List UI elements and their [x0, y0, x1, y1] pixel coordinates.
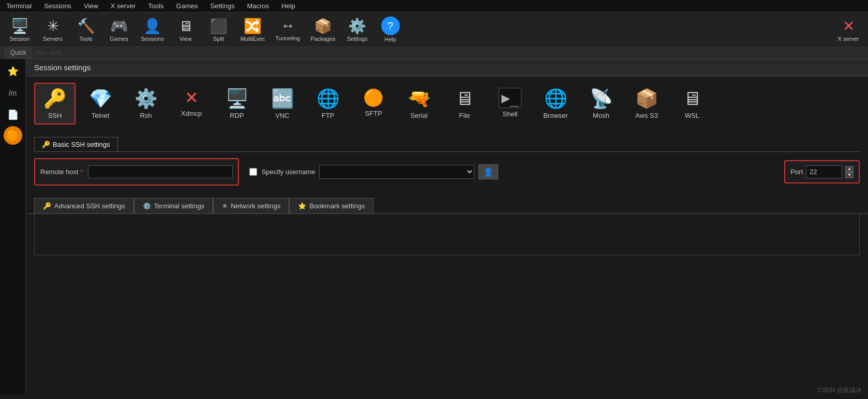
user-icon-button[interactable]: 👤: [478, 164, 498, 179]
telnet-icon: 💎: [89, 88, 112, 110]
toolbar-split-label: Split: [213, 36, 224, 42]
toolbar-settings[interactable]: ⚙️ Settings: [342, 16, 373, 44]
awss3-label: Aws S3: [635, 112, 658, 119]
session-type-sftp[interactable]: 🟠 SFTP: [353, 83, 394, 125]
toolbar-games[interactable]: 🎮 Games: [103, 16, 134, 44]
port-spin-up[interactable]: ▲: [845, 166, 854, 172]
menu-sessions[interactable]: Sessions: [42, 1, 73, 11]
toolbar-sessions[interactable]: 👤 Sessions: [137, 16, 168, 44]
session-icon: 🖥️: [11, 18, 29, 35]
games-icon: 🎮: [110, 18, 128, 35]
sidebar-paper[interactable]: 📄: [3, 104, 23, 125]
menu-settings[interactable]: Settings: [208, 1, 237, 11]
network-settings-label: Network settings: [231, 202, 280, 210]
watermark: CSDN @狐城冰: [817, 386, 862, 395]
quick-tab[interactable]: Quick: [4, 47, 33, 58]
toolbar-games-label: Games: [110, 36, 128, 42]
advanced-ssh-label: Advanced SSH settings: [54, 202, 125, 210]
toolbar-xserver[interactable]: ✕ X server: [833, 16, 864, 44]
session-type-wsl[interactable]: 🖥 WSL: [671, 83, 713, 125]
file-label: File: [459, 112, 470, 119]
session-type-ssh[interactable]: 🔑 SSH: [34, 83, 76, 125]
sidebar: ⭐ /m 📄 🟠: [0, 59, 26, 395]
session-type-file[interactable]: 🖥 File: [444, 83, 485, 125]
sessions-icon: 👤: [143, 18, 161, 35]
tab-strip: Quick: [0, 47, 868, 59]
port-spin-down[interactable]: ▼: [845, 172, 854, 178]
help-icon: ?: [381, 17, 400, 35]
session-type-mosh[interactable]: 📡 Mosh: [580, 83, 622, 125]
toolbar-view-label: View: [179, 36, 192, 42]
tab-network-settings[interactable]: ✳ Network settings: [213, 198, 289, 213]
shell-icon: ▶_: [499, 88, 521, 108]
sftp-label: SFTP: [365, 110, 382, 117]
toolbar-tools[interactable]: 🔨 Tools: [70, 16, 101, 44]
browser-icon: 🌐: [544, 88, 567, 110]
mosh-label: Mosh: [593, 112, 609, 119]
username-dropdown[interactable]: [319, 165, 474, 179]
browser-label: Browser: [543, 112, 568, 119]
port-section: Port ▲ ▼: [784, 160, 860, 183]
menu-games[interactable]: Games: [174, 1, 200, 11]
remote-host-input[interactable]: [88, 165, 233, 178]
toolbar-session[interactable]: 🖥️ Session: [4, 16, 35, 44]
rsh-icon: ⚙️: [134, 88, 158, 110]
specify-username-label: Specify username: [261, 168, 315, 176]
tab-terminal-settings[interactable]: ⚙️ Terminal settings: [134, 198, 214, 213]
view-icon: 🖥: [178, 18, 193, 35]
session-type-ftp[interactable]: 🌐 FTP: [307, 83, 349, 125]
toolbar-help[interactable]: ? Help: [375, 14, 406, 44]
port-label: Port: [790, 168, 803, 176]
dialog-title: Session settings: [26, 59, 868, 76]
session-type-xdmcp[interactable]: ✕ Xdmcp: [171, 83, 212, 125]
toolbar-xserver-label: X server: [838, 36, 859, 42]
toolbar-packages[interactable]: 📦 Packages: [306, 16, 339, 44]
menu-terminal[interactable]: Terminal: [4, 1, 34, 11]
settings-gear-icon: ⚙️: [348, 18, 366, 35]
toolbar-servers[interactable]: ✳ Servers: [37, 16, 68, 44]
tab-1[interactable]: [35, 51, 47, 55]
menu-bar: Terminal Sessions View X server Tools Ga…: [0, 0, 868, 12]
tab-advanced-ssh[interactable]: 🔑 Advanced SSH settings: [34, 198, 134, 213]
port-input[interactable]: [806, 165, 842, 178]
toolbar-tools-label: Tools: [79, 36, 93, 42]
session-type-telnet[interactable]: 💎 Telnet: [80, 83, 121, 125]
advanced-ssh-icon: 🔑: [43, 202, 51, 210]
session-type-browser[interactable]: 🌐 Browser: [535, 83, 576, 125]
toolbar-multiexec[interactable]: 🔀 MultiExec: [236, 16, 270, 44]
session-settings-dialog: Session settings 🔑 SSH 💎 Telnet ⚙️ Rsh ✕…: [26, 59, 868, 395]
serial-label: Serial: [410, 112, 427, 119]
toolbar-view[interactable]: 🖥 View: [170, 16, 201, 44]
shell-label: Shell: [503, 110, 518, 118]
session-type-vnc[interactable]: 🔤 VNC: [262, 83, 303, 125]
basic-ssh-tab[interactable]: 🔑 Basic SSH settings: [34, 137, 118, 151]
menu-macros[interactable]: Macros: [245, 1, 271, 11]
toolbar-tunneling[interactable]: ↔️ Tunneling: [271, 16, 304, 43]
ftp-label: FTP: [322, 112, 335, 119]
menu-tools[interactable]: Tools: [146, 1, 166, 11]
split-icon: ⬛: [209, 18, 228, 35]
tools-icon: 🔨: [77, 18, 95, 35]
specify-username-checkbox[interactable]: [249, 168, 257, 176]
sidebar-star[interactable]: ⭐: [3, 61, 23, 82]
sidebar-slash[interactable]: /m: [3, 83, 23, 103]
tab-bookmark-settings[interactable]: ⭐ Bookmark settings: [289, 198, 373, 213]
tab-content-area: [34, 214, 860, 255]
tab-2[interactable]: [49, 51, 62, 55]
toolbar-servers-label: Servers: [43, 36, 63, 42]
vnc-label: VNC: [275, 112, 289, 119]
session-type-shell[interactable]: ▶_ Shell: [489, 83, 531, 125]
basic-ssh-tab-icon: 🔑: [42, 141, 50, 148]
telnet-label: Telnet: [92, 112, 110, 119]
session-type-serial[interactable]: 🔫 Serial: [398, 83, 440, 125]
session-type-awss3[interactable]: 📦 Aws S3: [626, 83, 667, 125]
session-type-rsh[interactable]: ⚙️ Rsh: [125, 83, 167, 125]
menu-help[interactable]: Help: [279, 1, 297, 11]
menu-xserver[interactable]: X server: [109, 1, 138, 11]
menu-view[interactable]: View: [82, 1, 100, 11]
serial-icon: 🔫: [408, 88, 431, 110]
rdp-icon: 🖥️: [226, 88, 249, 110]
session-type-rdp[interactable]: 🖥️ RDP: [216, 83, 258, 125]
sidebar-globe[interactable]: 🟠: [4, 126, 22, 145]
toolbar-split[interactable]: ⬛ Split: [203, 16, 234, 44]
